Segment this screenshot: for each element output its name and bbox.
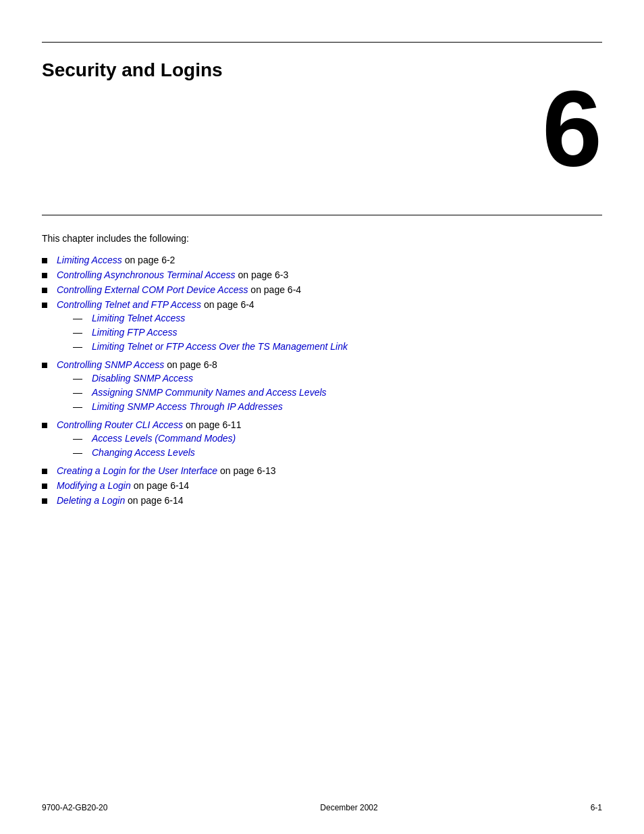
bullet-icon	[42, 286, 57, 293]
suffix-limiting-access: on page 6-2	[122, 255, 176, 265]
bullet-square	[42, 469, 47, 474]
link-controlling-router-cli[interactable]: Controlling Router CLI Access	[57, 419, 183, 430]
footer: 9700-A2-GB20-20 December 2002 6-1	[42, 803, 602, 812]
item-text: Modifying a Login on page 6-14	[57, 480, 602, 491]
bullet-icon	[42, 421, 57, 428]
suffix-controlling-router-cli: on page 6-11	[183, 419, 241, 430]
suffix-controlling-com: on page 6-4	[248, 284, 301, 295]
item-text: Controlling External COM Port Device Acc…	[57, 284, 602, 295]
sub-list-item: — Limiting Telnet or FTP Access Over the…	[73, 341, 602, 352]
page: Security and Logins 6 This chapter inclu…	[0, 0, 644, 834]
chapter-number: 6	[542, 74, 602, 182]
mid-rule	[42, 215, 602, 215]
sub-list-item: — Disabling SNMP Access	[73, 373, 602, 384]
main-bullet-list: Limiting Access on page 6-2 Controlling …	[42, 255, 602, 506]
sub-list-snmp: — Disabling SNMP Access — Assigning SNMP…	[73, 373, 602, 412]
item-text: Limiting Access on page 6-2	[57, 255, 602, 265]
intro-text: This chapter includes the following:	[42, 233, 602, 244]
list-item: Deleting a Login on page 6-14	[42, 495, 602, 506]
sub-list-item: — Assigning SNMP Community Names and Acc…	[73, 387, 602, 398]
dash-label: —	[73, 341, 92, 352]
sub-list-item: — Changing Access Levels	[73, 447, 602, 458]
list-item: Controlling Telnet and FTP Access on pag…	[42, 299, 602, 355]
suffix-modifying-login: on page 6-14	[131, 480, 189, 491]
item-text: Controlling SNMP Access on page 6-8 — Di…	[57, 359, 602, 415]
bullet-square	[42, 288, 47, 293]
dash-label: —	[73, 387, 92, 398]
link-changing-access-levels[interactable]: Changing Access Levels	[92, 447, 195, 458]
list-item: Creating a Login for the User Interface …	[42, 465, 602, 476]
suffix-controlling-async: on page 6-3	[236, 269, 289, 280]
sub-list-telnet-ftp: — Limiting Telnet Access — Limiting FTP …	[73, 313, 602, 352]
link-limiting-access[interactable]: Limiting Access	[57, 255, 122, 265]
top-rule	[42, 42, 602, 43]
dash-label: —	[73, 313, 92, 323]
dash-label: —	[73, 401, 92, 412]
sub-list-router-cli: — Access Levels (Command Modes) — Changi…	[73, 433, 602, 458]
suffix-creating-login: on page 6-13	[217, 465, 275, 476]
content-area: This chapter includes the following: Lim…	[42, 233, 602, 510]
link-controlling-telnet-ftp[interactable]: Controlling Telnet and FTP Access	[57, 299, 201, 310]
bullet-icon	[42, 481, 57, 489]
item-text: Controlling Telnet and FTP Access on pag…	[57, 299, 602, 355]
link-controlling-com[interactable]: Controlling External COM Port Device Acc…	[57, 284, 248, 295]
bullet-square	[42, 498, 47, 504]
suffix-deleting-login: on page 6-14	[125, 495, 183, 506]
sub-list-item: — Limiting SNMP Access Through IP Addres…	[73, 401, 602, 412]
link-deleting-login[interactable]: Deleting a Login	[57, 495, 125, 506]
dash-label: —	[73, 327, 92, 338]
item-text: Deleting a Login on page 6-14	[57, 495, 602, 506]
list-item: Controlling External COM Port Device Acc…	[42, 284, 602, 295]
bullet-icon	[42, 467, 57, 474]
bullet-icon	[42, 301, 57, 308]
suffix-controlling-telnet-ftp: on page 6-4	[201, 299, 254, 310]
list-item: Limiting Access on page 6-2	[42, 255, 602, 265]
link-disabling-snmp[interactable]: Disabling SNMP Access	[92, 373, 193, 384]
link-assigning-snmp[interactable]: Assigning SNMP Community Names and Acces…	[92, 387, 327, 398]
dash-label: —	[73, 433, 92, 444]
footer-right: 6-1	[591, 803, 602, 812]
link-limiting-telnet[interactable]: Limiting Telnet Access	[92, 313, 185, 323]
dash-label: —	[73, 447, 92, 458]
list-item: Controlling Asynchronous Terminal Access…	[42, 269, 602, 280]
sub-list-item: — Limiting FTP Access	[73, 327, 602, 338]
footer-center: December 2002	[320, 803, 377, 812]
bullet-icon	[42, 496, 57, 504]
item-text: Controlling Asynchronous Terminal Access…	[57, 269, 602, 280]
link-limiting-snmp-ip[interactable]: Limiting SNMP Access Through IP Addresse…	[92, 401, 283, 412]
bullet-square	[42, 363, 47, 368]
list-item: Controlling Router CLI Access on page 6-…	[42, 419, 602, 461]
bullet-square	[42, 273, 47, 278]
chapter-title: Security and Logins	[42, 59, 223, 81]
list-item: Controlling SNMP Access on page 6-8 — Di…	[42, 359, 602, 415]
item-text: Controlling Router CLI Access on page 6-…	[57, 419, 602, 461]
suffix-controlling-snmp: on page 6-8	[164, 359, 217, 370]
bullet-icon	[42, 361, 57, 368]
bullet-icon	[42, 271, 57, 278]
sub-list-item: — Access Levels (Command Modes)	[73, 433, 602, 444]
link-controlling-snmp[interactable]: Controlling SNMP Access	[57, 359, 164, 370]
footer-left: 9700-A2-GB20-20	[42, 803, 107, 812]
bullet-square	[42, 423, 47, 428]
link-modifying-login[interactable]: Modifying a Login	[57, 480, 131, 491]
link-access-levels-cmd[interactable]: Access Levels (Command Modes)	[92, 433, 236, 444]
list-item: Modifying a Login on page 6-14	[42, 480, 602, 491]
link-controlling-async[interactable]: Controlling Asynchronous Terminal Access	[57, 269, 236, 280]
bullet-square	[42, 258, 47, 263]
dash-label: —	[73, 373, 92, 384]
link-limiting-telnet-ftp-ts[interactable]: Limiting Telnet or FTP Access Over the T…	[92, 341, 348, 352]
link-limiting-ftp[interactable]: Limiting FTP Access	[92, 327, 178, 338]
sub-list-item: — Limiting Telnet Access	[73, 313, 602, 323]
bullet-square	[42, 303, 47, 308]
bullet-square	[42, 484, 47, 489]
item-text: Creating a Login for the User Interface …	[57, 465, 602, 476]
link-creating-login[interactable]: Creating a Login for the User Interface	[57, 465, 217, 476]
bullet-icon	[42, 256, 57, 263]
